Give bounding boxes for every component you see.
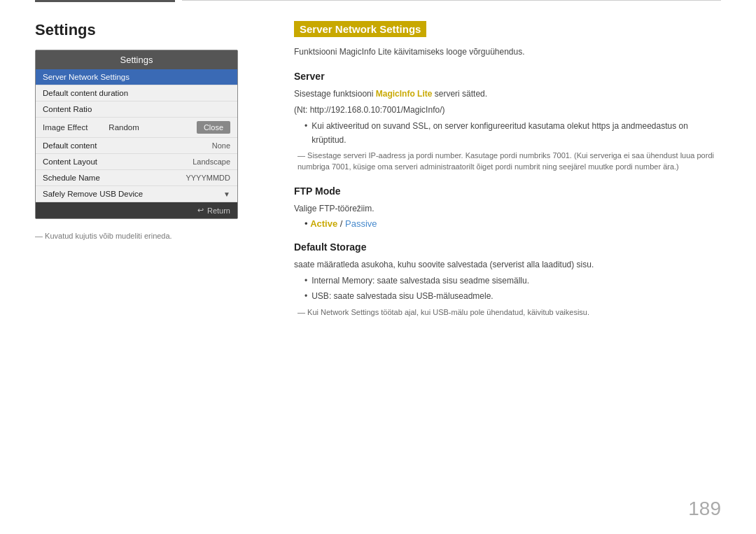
settings-item-value: Landscape xyxy=(192,157,230,166)
return-label: Return xyxy=(207,206,230,215)
section-title: Server Network Settings xyxy=(294,21,426,37)
image-effect-value: Random xyxy=(108,123,139,132)
bullet-dot: • xyxy=(304,218,310,229)
intro-text: Funktsiooni MagicInfo Lite käivitamiseks… xyxy=(294,47,721,57)
server-text1: Sisestage funktsiooni MagicInfo Lite ser… xyxy=(294,87,721,101)
settings-item-default-duration[interactable]: Default content duration xyxy=(36,85,237,101)
page-number: 189 xyxy=(688,498,721,520)
top-line-dark xyxy=(35,0,175,2)
top-line-light xyxy=(182,0,721,1)
passive-option: Passive xyxy=(345,218,377,229)
magicinfo-lite-text: MagicInfo Lite xyxy=(376,89,433,99)
settings-item-server-network[interactable]: Server Network Settings xyxy=(36,69,237,85)
settings-panel-body: Server Network Settings Default content … xyxy=(36,69,237,202)
storage-bullet1-text: Internal Memory: saate salvestada sisu s… xyxy=(312,274,529,288)
settings-item-value: None xyxy=(212,141,230,150)
settings-item-label: Content Layout xyxy=(43,157,97,166)
settings-item-label: Content Ratio xyxy=(43,105,92,113)
server-note: Sisestage serveri IP-aadress ja pordi nu… xyxy=(298,150,721,173)
settings-item-label: Schedule Name xyxy=(43,174,100,182)
server-heading: Server xyxy=(294,71,721,82)
settings-item-image-effect: Image Effect Random Close xyxy=(36,118,237,138)
right-column: Server Network Settings Funktsiooni Magi… xyxy=(294,21,721,318)
scroll-indicator: ▼ xyxy=(223,190,230,198)
settings-panel-header: Settings xyxy=(36,50,237,69)
top-decoration xyxy=(0,0,756,6)
settings-item-label: Default content duration xyxy=(43,89,128,97)
left-column: Settings Settings Server Network Setting… xyxy=(35,21,266,240)
network-settings-highlight: Network Settings xyxy=(321,308,379,316)
storage-bullet1: Internal Memory: saate salvestada sisu s… xyxy=(304,274,721,288)
settings-item-default-content[interactable]: Default content None xyxy=(36,138,237,154)
settings-item-label: Default content xyxy=(43,141,97,150)
storage-heading: Default Storage xyxy=(294,241,721,253)
settings-item-content-layout[interactable]: Content Layout Landscape xyxy=(36,154,237,170)
usb-highlight: USB xyxy=(312,291,329,301)
storage-bullet2-text: USB: saate salvestada sisu USB-mäluseadm… xyxy=(312,290,493,303)
settings-item-label: Safely Remove USB Device xyxy=(43,190,143,198)
settings-item-value: YYYYMMDD xyxy=(186,174,230,182)
settings-panel: Settings Server Network Settings Default… xyxy=(35,50,238,219)
return-icon: ↩ xyxy=(197,206,204,215)
bullet1-text: Kui aktiveeritud on suvand SSL, on serve… xyxy=(312,120,721,146)
storage-bullet2: USB: saate salvestada sisu USB-mäluseadm… xyxy=(304,290,721,303)
settings-item-content-ratio[interactable]: Content Ratio xyxy=(36,101,237,118)
storage-note: Kui Network Settings töötab ajal, kui US… xyxy=(298,307,721,318)
separator: / xyxy=(340,218,345,229)
ftp-text: Valige FTP-töörežiim. xyxy=(294,202,721,216)
left-note: Kuvatud kujutis võib mudeliti erineda. xyxy=(35,232,266,240)
ssl-highlight: SSL xyxy=(412,121,428,131)
active-option: Active xyxy=(310,218,337,229)
ftp-heading: FTP Mode xyxy=(294,185,721,197)
image-effect-left: Image Effect Random xyxy=(43,123,139,132)
settings-item-label: Server Network Settings xyxy=(43,73,130,81)
server-bullet1: Kui aktiveeritud on suvand SSL, on serve… xyxy=(304,120,721,146)
settings-panel-footer: ↩ Return xyxy=(36,202,237,218)
active-passive-row: • Active / Passive xyxy=(304,218,721,229)
image-effect-label: Image Effect xyxy=(43,123,88,132)
https-highlight: https xyxy=(592,121,610,131)
settings-item-safely-remove[interactable]: Safely Remove USB Device ▼ xyxy=(36,186,237,202)
internal-memory-highlight: Internal Memory xyxy=(312,276,372,286)
page-title: Settings xyxy=(35,21,266,39)
server-text2: (Nt: http://192.168.0.10:7001/MagicInfo/… xyxy=(294,104,721,117)
settings-item-schedule-name[interactable]: Schedule Name YYYYMMDD xyxy=(36,170,237,186)
storage-text: saate määratleda asukoha, kuhu soovite s… xyxy=(294,258,721,272)
close-button[interactable]: Close xyxy=(197,121,230,134)
magicinfo-highlight: MagicInfo Lite xyxy=(340,47,392,57)
